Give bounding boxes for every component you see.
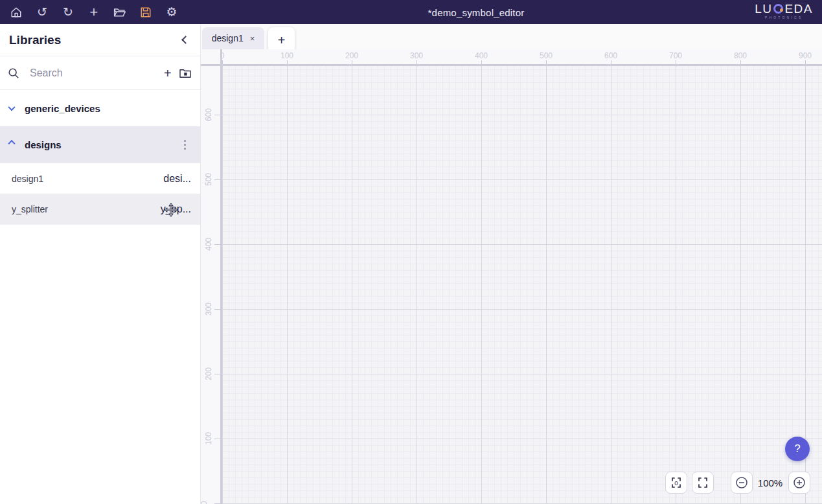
- v-ruler-label: 400: [204, 238, 213, 251]
- help-button[interactable]: ?: [785, 437, 810, 461]
- library-menu-icon[interactable]: [180, 137, 190, 152]
- logo-text-right: EDA: [784, 3, 813, 15]
- library-name: designs: [25, 139, 180, 150]
- redo-icon[interactable]: ↻: [62, 6, 74, 19]
- h-ruler-label: 100: [280, 51, 293, 60]
- v-ruler-tick: [214, 309, 220, 310]
- svg-text:0: 0: [674, 479, 678, 487]
- save-icon[interactable]: [139, 6, 152, 19]
- cell-row-y-splitter[interactable]: y_splitter y_sp...: [0, 194, 200, 225]
- logo-c-icon: [773, 4, 783, 14]
- search-icon: [8, 67, 19, 79]
- sidebar-header: Libraries: [0, 24, 200, 56]
- vertical-ruler: 6005004003002001000: [201, 66, 220, 504]
- h-ruler-label: 500: [540, 51, 553, 60]
- zoom-level-label: 100%: [755, 472, 785, 494]
- logo-wordmark: LU EDA: [755, 3, 813, 15]
- v-ruler-tick: [214, 179, 220, 180]
- h-ruler-label: 700: [669, 51, 682, 60]
- cell-name: y_splitter: [12, 204, 48, 214]
- h-ruler-label: 400: [475, 51, 488, 60]
- chevron-up-icon[interactable]: [8, 140, 15, 147]
- luceda-logo: LU EDA PHOTONICS: [755, 3, 813, 19]
- tab-design1[interactable]: design1 ×: [202, 27, 264, 49]
- search-input[interactable]: [30, 67, 164, 79]
- toolbar-icon-group: ↺ ↻ + ⚙: [0, 6, 178, 19]
- zoom-out-button[interactable]: [731, 472, 753, 494]
- h-ruler-label: 300: [410, 51, 423, 60]
- document-tabstrip: design1 × +: [201, 24, 822, 49]
- library-name: generic_devices: [25, 103, 190, 114]
- zoom-in-button[interactable]: [788, 472, 810, 494]
- home-icon[interactable]: [10, 6, 23, 19]
- logo-text-left: LU: [755, 3, 772, 15]
- library-row-generic-devices[interactable]: generic_devices: [0, 90, 200, 126]
- cell-name: design1: [12, 174, 43, 184]
- logo-subtext: PHOTONICS: [755, 16, 813, 19]
- v-ruler-label: 200: [204, 367, 213, 380]
- v-ruler-label: 300: [204, 303, 213, 315]
- open-folder-icon[interactable]: [113, 6, 126, 19]
- zoom-out-icon: [735, 475, 749, 490]
- search-actions: +: [164, 67, 191, 80]
- add-library-icon[interactable]: +: [164, 67, 172, 80]
- h-ruler-label: 600: [604, 51, 617, 60]
- import-library-icon[interactable]: [179, 68, 191, 78]
- v-ruler-label: 500: [204, 173, 213, 186]
- collapse-sidebar-icon[interactable]: [181, 36, 190, 44]
- libraries-sidebar: Libraries + generic_devices designs desi…: [0, 24, 201, 504]
- new-file-icon[interactable]: +: [87, 6, 100, 19]
- design-canvas-grid[interactable]: [222, 66, 822, 504]
- zoom-in-icon: [792, 475, 806, 490]
- sidebar-title: Libraries: [9, 33, 61, 47]
- library-row-designs[interactable]: designs: [0, 126, 200, 163]
- v-ruler-label: 0: [201, 501, 209, 504]
- zoom-reset-button[interactable]: 0: [665, 472, 687, 494]
- zoom-reset-icon: 0: [670, 476, 683, 489]
- tab-label: design1: [212, 33, 244, 43]
- horizontal-ruler: 0100200300400500600700800900: [201, 49, 822, 64]
- h-ruler-label: 800: [734, 51, 747, 60]
- v-ruler-tick: [214, 374, 220, 374]
- v-ruler-label: 100: [204, 432, 213, 445]
- ruler-corner: [201, 49, 220, 64]
- fit-view-button[interactable]: [692, 472, 714, 494]
- fit-view-icon: [696, 476, 709, 489]
- v-ruler-tick: [214, 115, 220, 115]
- app-window: ↺ ↻ + ⚙ *demo_symbol_editor LU EDA PHOTO…: [0, 0, 822, 504]
- chevron-down-icon[interactable]: [8, 104, 15, 111]
- settings-gear-icon[interactable]: ⚙: [165, 6, 178, 19]
- v-ruler-label: 600: [204, 108, 213, 121]
- h-ruler-label: 900: [799, 51, 812, 60]
- v-ruler-tick: [214, 244, 220, 245]
- v-ruler-tick: [214, 439, 220, 439]
- h-ruler-label: 200: [345, 51, 358, 60]
- cell-preview-label: desi...: [163, 173, 191, 185]
- library-search-row: +: [0, 56, 200, 89]
- close-tab-icon[interactable]: ×: [250, 34, 255, 43]
- undo-icon[interactable]: ↺: [36, 6, 49, 19]
- cell-row-design1[interactable]: design1 desi...: [0, 163, 200, 194]
- window-title: *demo_symbol_editor: [428, 6, 525, 17]
- top-toolbar: ↺ ↻ + ⚙ *demo_symbol_editor LU EDA PHOTO…: [0, 0, 822, 24]
- cell-preview-label: y_sp...: [161, 203, 191, 215]
